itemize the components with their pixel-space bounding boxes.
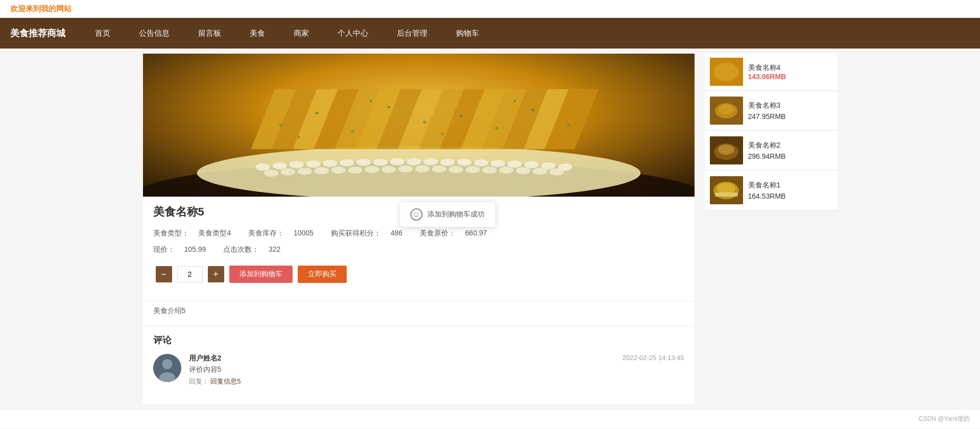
- qty-input[interactable]: [177, 266, 203, 282]
- toast-notification: ☺ 添加到购物车成功: [399, 202, 495, 227]
- svg-point-54: [162, 359, 172, 369]
- nav-item-profile[interactable]: 个人中心: [323, 19, 383, 47]
- add-to-cart-button[interactable]: 添加到购物车: [229, 266, 293, 283]
- svg-point-42: [351, 130, 354, 132]
- original-price-label: 美食原价： 660.97: [420, 229, 495, 237]
- svg-point-27: [348, 166, 362, 174]
- food-description: 美食介绍5: [143, 301, 695, 326]
- svg-point-50: [369, 100, 372, 103]
- svg-point-14: [440, 159, 455, 166]
- qty-decrease-button[interactable]: −: [156, 266, 172, 282]
- main-nav: 美食推荐商城 首页 公告信息 留言板 美食 商家 个人中心 后台管理 购物车: [0, 18, 980, 49]
- comments-section: 评论 用户姓名2 2022-02-25 14:1: [143, 326, 695, 404]
- svg-point-49: [297, 136, 300, 138]
- svg-point-43: [387, 106, 390, 108]
- svg-point-60: [719, 104, 734, 114]
- comment-avatar: [153, 354, 181, 382]
- nav-item-message[interactable]: 留言板: [184, 19, 235, 47]
- nav-item-notice[interactable]: 公告信息: [125, 19, 184, 47]
- comment-content: 评价内容5: [189, 365, 684, 374]
- top-bar: 欢迎来到我的网站: [0, 0, 980, 18]
- food-price-row: 现价： 105.99 点击次数： 322: [153, 242, 684, 256]
- svg-point-40: [279, 124, 282, 127]
- main-container: ☺ 添加到购物车成功 美食名称5 美食类型： 美食类型4 美食库存： 10005…: [133, 49, 848, 409]
- category-label: 美食类型： 美食类型4: [153, 229, 241, 237]
- svg-point-17: [490, 160, 505, 167]
- comments-title: 评论: [153, 334, 684, 346]
- svg-point-38: [533, 168, 547, 175]
- nav-items: 首页 公告信息 留言板 美食 商家 个人中心 后台管理 购物车: [81, 19, 493, 47]
- svg-point-23: [281, 169, 295, 176]
- footer: CSDN @Yaml墨韵: [0, 409, 980, 428]
- svg-point-46: [495, 127, 498, 130]
- welcome-text: 欢迎来到我的网站: [10, 4, 71, 13]
- nav-item-admin[interactable]: 后台管理: [383, 19, 442, 47]
- points-label: 购买获得积分： 486: [331, 229, 412, 237]
- comment-header: 用户姓名2 2022-02-25 14:13:45: [189, 354, 684, 363]
- svg-point-47: [531, 109, 534, 111]
- svg-point-34: [465, 166, 480, 173]
- svg-point-16: [474, 159, 488, 166]
- comment-body: 用户姓名2 2022-02-25 14:13:45 评价内容5 回复： 回复信息…: [189, 354, 684, 386]
- toast-icon: ☺: [410, 208, 422, 221]
- stock-label: 美食库存： 10005: [248, 229, 323, 237]
- svg-point-26: [331, 166, 345, 174]
- sidebar-food-price-3: 247.95RMB: [748, 112, 832, 121]
- svg-point-18: [507, 160, 521, 168]
- svg-point-33: [448, 166, 463, 173]
- sidebar-partial-info: 美食名称4 143.06RMB: [748, 63, 786, 81]
- purchase-row: − + 添加到购物车 立即购买: [153, 266, 684, 283]
- svg-point-37: [516, 167, 530, 174]
- sidebar-food-item-2: 美食名称2 296.94RMB: [705, 131, 838, 170]
- comment-item: 用户姓名2 2022-02-25 14:13:45 评价内容5 回复： 回复信息…: [153, 354, 684, 386]
- svg-point-41: [315, 112, 318, 114]
- svg-point-51: [441, 133, 444, 135]
- svg-point-28: [365, 166, 379, 173]
- footer-text: CSDN @Yaml墨韵: [919, 415, 970, 422]
- nav-item-merchant[interactable]: 商家: [279, 19, 323, 47]
- svg-point-39: [549, 169, 563, 176]
- sidebar-food-price-1: 164.53RMB: [748, 192, 832, 200]
- sidebar-food-name-3: 美食名称3: [748, 101, 832, 110]
- comment-time: 2022-02-25 14:13:45: [623, 354, 684, 363]
- nav-brand: 美食推荐商城: [10, 18, 81, 49]
- sidebar-food-info-1: 美食名称1 164.53RMB: [748, 181, 832, 200]
- nav-item-cart[interactable]: 购物车: [442, 19, 493, 47]
- toast-message: 添加到购物车成功: [427, 210, 485, 219]
- sidebar-partial-item: 美食名称4 143.06RMB: [705, 54, 838, 90]
- current-price: 现价： 105.99: [153, 245, 216, 253]
- clicks: 点击次数： 322: [223, 245, 288, 253]
- svg-point-19: [524, 161, 538, 168]
- svg-point-48: [566, 124, 570, 127]
- svg-point-25: [314, 167, 328, 174]
- comment-reply-link[interactable]: 回复信息5: [210, 377, 241, 385]
- food-image-svg: [143, 54, 695, 197]
- sidebar-food-img-3: [710, 97, 743, 125]
- svg-point-52: [513, 100, 516, 103]
- svg-point-11: [390, 158, 404, 165]
- avatar-svg: [153, 354, 181, 382]
- svg-point-13: [423, 158, 438, 165]
- svg-point-31: [415, 165, 429, 173]
- svg-point-7: [323, 160, 337, 167]
- svg-point-5: [289, 161, 303, 168]
- sidebar-food-img-2: [710, 136, 743, 164]
- svg-point-10: [373, 159, 387, 166]
- sidebar-food-price-2: 296.94RMB: [748, 152, 832, 160]
- nav-item-home[interactable]: 首页: [81, 19, 125, 47]
- sidebar-food-name-1: 美食名称1: [748, 181, 832, 190]
- svg-point-57: [713, 63, 739, 81]
- food-image-container: [143, 54, 695, 197]
- sidebar-food-img-1: [710, 176, 743, 204]
- svg-point-29: [381, 166, 396, 173]
- comment-reply: 回复： 回复信息5: [189, 377, 684, 386]
- svg-point-22: [264, 170, 278, 177]
- buy-now-button[interactable]: 立即购买: [298, 266, 347, 283]
- qty-increase-button[interactable]: +: [208, 266, 224, 282]
- svg-point-45: [459, 115, 462, 117]
- svg-point-63: [718, 145, 734, 155]
- svg-point-4: [272, 162, 286, 170]
- nav-item-food[interactable]: 美食: [235, 19, 279, 47]
- svg-point-30: [398, 165, 413, 173]
- svg-point-3: [255, 163, 270, 171]
